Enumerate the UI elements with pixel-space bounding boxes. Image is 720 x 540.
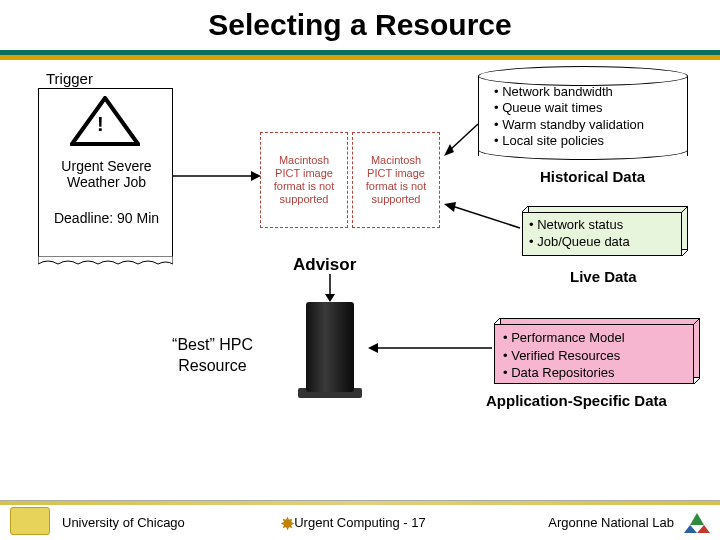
server-icon: [298, 302, 362, 398]
best-resource-label: “Best” HPC Resource: [150, 335, 275, 377]
arrow-advisor-to-server: [322, 274, 338, 304]
footer-bar: [0, 501, 720, 505]
historical-items: Network bandwidth Queue wait times Warm …: [494, 84, 689, 149]
appspec-item: Data Repositories: [503, 364, 685, 382]
svg-line-11: [694, 318, 700, 324]
hist-item: Network bandwidth: [494, 84, 689, 100]
page-title: Selecting a Resource: [0, 0, 720, 46]
arrow-appspec-to-server: [364, 338, 496, 358]
footer-center-prefix: Urgent Computing -: [294, 515, 407, 530]
appspec-box: Performance Model Verified Resources Dat…: [494, 324, 694, 384]
footer-page-number: 17: [411, 515, 425, 530]
live-item: Network status: [529, 217, 675, 234]
svg-marker-19: [684, 525, 697, 533]
svg-marker-18: [690, 513, 704, 525]
appspec-item: Verified Resources: [503, 347, 685, 365]
svg-line-6: [682, 206, 688, 212]
trigger-heading: Trigger: [46, 70, 93, 87]
footer-right-logo: [684, 511, 710, 537]
arrow-live-to-advisor: [440, 200, 526, 236]
historical-label: Historical Data: [540, 168, 645, 185]
svg-marker-0: [72, 98, 138, 144]
hist-item: Warm standby validation: [494, 117, 689, 133]
svg-marker-9: [444, 202, 456, 212]
live-label: Live Data: [570, 268, 637, 285]
appspec-label: Application-Specific Data: [486, 392, 667, 409]
warning-exclaim: !: [97, 113, 104, 136]
hist-item: Queue wait times: [494, 100, 689, 116]
svg-marker-4: [444, 144, 454, 156]
pict-placeholder: Macintosh PICT image format is not suppo…: [260, 132, 348, 228]
hist-item: Local site policies: [494, 133, 689, 149]
warning-icon: [70, 96, 140, 146]
trigger-torn-edge: [38, 256, 173, 266]
svg-line-12: [694, 378, 700, 384]
svg-marker-14: [368, 343, 378, 353]
title-underline: [0, 50, 720, 60]
appspec-item: Performance Model: [503, 329, 685, 347]
pict-placeholder: Macintosh PICT image format is not suppo…: [352, 132, 440, 228]
svg-marker-20: [697, 525, 710, 533]
trigger-job-text: Urgent Severe Weather Job: [44, 158, 169, 190]
advisor-label: Advisor: [293, 255, 356, 275]
arrow-historical-to-advisor: [440, 120, 484, 160]
live-item: Job/Queue data: [529, 234, 675, 251]
diagram-canvas: Trigger ! Urgent Severe Weather Job Dead…: [0, 60, 720, 490]
arrow-trigger-to-advisor: [173, 168, 263, 184]
svg-marker-16: [325, 294, 335, 302]
svg-line-8: [452, 206, 520, 228]
svg-line-7: [682, 250, 688, 256]
trigger-deadline-text: Deadline: 90 Min: [44, 210, 169, 226]
live-box: Network status Job/Queue data: [522, 212, 682, 256]
svg-line-3: [450, 124, 478, 150]
footer: University of Chicago ✸ Urgent Computing…: [0, 500, 720, 540]
footer-lab: Argonne National Lab: [548, 515, 674, 530]
